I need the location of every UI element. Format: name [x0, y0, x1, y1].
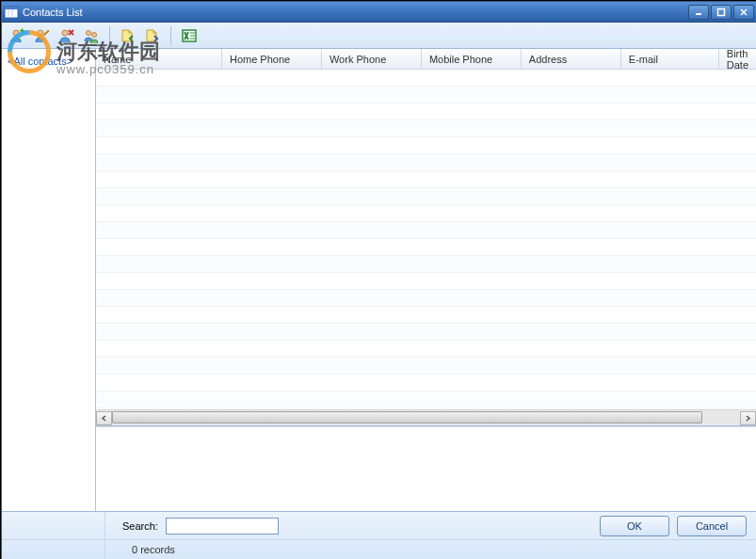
table-row[interactable]: [96, 256, 756, 273]
contacts-window: 河东软件园 www.pc0359.cn Contacts List: [1, 1, 756, 559]
detail-panel: [96, 426, 756, 511]
sidebar-item-all-contacts[interactable]: <All contacts>: [6, 55, 91, 68]
import-button[interactable]: [118, 25, 138, 46]
window-title: Contacts List: [23, 7, 688, 18]
toolbar-separator: [170, 26, 171, 45]
column-header[interactable]: Mobile Phone: [422, 49, 522, 69]
table-row[interactable]: [96, 375, 756, 391]
footer: Search: OK Cancel 0 records: [2, 511, 756, 559]
table-row[interactable]: [96, 408, 756, 409]
table-row[interactable]: [96, 341, 756, 358]
table-row[interactable]: [96, 70, 756, 87]
horizontal-scrollbar[interactable]: [96, 409, 756, 425]
table-row[interactable]: [96, 391, 756, 408]
toolbar-separator: [109, 26, 110, 45]
ok-button[interactable]: OK: [600, 516, 669, 536]
main-panel: NameHome PhoneWork PhoneMobile PhoneAddr…: [96, 49, 756, 511]
table-row[interactable]: [96, 87, 756, 104]
copy-contact-button[interactable]: [81, 25, 102, 46]
scroll-thumb[interactable]: [112, 411, 702, 423]
table-row[interactable]: [96, 222, 756, 239]
column-header[interactable]: Address: [522, 49, 621, 69]
svg-rect-5: [718, 8, 725, 15]
export-button[interactable]: [142, 25, 163, 46]
app-icon: [4, 5, 19, 20]
svg-point-16: [92, 32, 97, 37]
toolbar: [2, 23, 756, 49]
table-row[interactable]: [96, 290, 756, 307]
table-row[interactable]: [96, 188, 756, 205]
sidebar: <All contacts>: [2, 49, 96, 511]
column-header[interactable]: E-mail: [621, 49, 719, 69]
search-input[interactable]: [166, 518, 279, 535]
contacts-grid[interactable]: NameHome PhoneWork PhoneMobile PhoneAddr…: [96, 49, 756, 409]
column-header[interactable]: Work Phone: [322, 49, 422, 69]
table-row[interactable]: [96, 120, 756, 137]
titlebar: Contacts List: [2, 2, 756, 23]
scroll-left-button[interactable]: [96, 411, 112, 425]
table-row[interactable]: [96, 171, 756, 188]
svg-point-11: [38, 30, 43, 36]
edit-contact-button[interactable]: [32, 25, 53, 46]
search-label: Search:: [122, 520, 158, 532]
grid-header: NameHome PhoneWork PhoneMobile PhoneAddr…: [96, 49, 756, 70]
minimize-button[interactable]: [688, 5, 709, 20]
svg-point-15: [87, 30, 91, 35]
table-row[interactable]: [96, 104, 756, 120]
table-row[interactable]: [96, 307, 756, 324]
table-row[interactable]: [96, 205, 756, 222]
excel-export-button[interactable]: [179, 25, 200, 46]
svg-rect-10: [22, 28, 24, 33]
svg-point-8: [13, 30, 19, 36]
cancel-button[interactable]: Cancel: [677, 516, 747, 536]
table-row[interactable]: [96, 154, 756, 171]
svg-point-12: [62, 30, 68, 36]
column-header[interactable]: Birth Date: [719, 49, 756, 69]
grid-body: [96, 70, 756, 409]
svg-rect-1: [5, 7, 18, 9]
status-record-count: 0 records: [132, 544, 175, 555]
column-header[interactable]: Name: [96, 49, 222, 69]
scroll-right-button[interactable]: [740, 411, 756, 425]
scroll-track[interactable]: [112, 411, 740, 425]
table-row[interactable]: [96, 324, 756, 341]
table-row[interactable]: [96, 273, 756, 290]
new-contact-button[interactable]: [8, 25, 28, 46]
table-row[interactable]: [96, 137, 756, 154]
table-row[interactable]: [96, 239, 756, 256]
maximize-button[interactable]: [711, 5, 732, 20]
column-header[interactable]: Home Phone: [222, 49, 322, 69]
table-row[interactable]: [96, 358, 756, 375]
close-button[interactable]: [733, 5, 754, 20]
delete-contact-button[interactable]: [56, 25, 77, 46]
